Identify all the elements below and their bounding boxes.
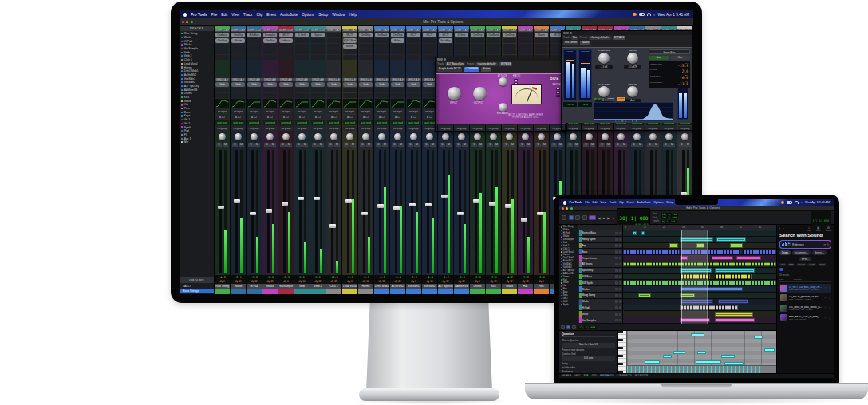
insert-chip[interactable]: ChnlStrp — [359, 33, 373, 37]
strip-name[interactable]: Hat — [518, 284, 533, 289]
fader-cap[interactable] — [234, 199, 240, 203]
io-input[interactable]: no input — [247, 109, 261, 114]
send-slot-empty[interactable] — [231, 88, 245, 92]
clip[interactable] — [715, 268, 755, 273]
limiter-knob[interactable] — [598, 86, 610, 97]
solo-button[interactable]: S — [631, 143, 637, 147]
insert-slot-empty[interactable] — [407, 55, 420, 60]
solo-button[interactable] — [615, 232, 618, 235]
status-item[interactable]: MIDI EDITOR — [635, 375, 649, 377]
automation-mode[interactable]: auto read — [295, 120, 309, 125]
solo-button[interactable] — [615, 319, 618, 322]
solo-button[interactable]: S — [216, 143, 222, 147]
play-reference-icon[interactable]: ▶ — [787, 242, 791, 246]
send-slot-empty[interactable] — [279, 88, 293, 92]
result-row[interactable]: HMK_BA135_D1N2_95_BPM_LB.wavbass · loop … — [779, 313, 831, 322]
send-slot-empty[interactable] — [311, 93, 325, 98]
more-icon[interactable]: ⋮ — [828, 306, 831, 309]
insert-slot-empty[interactable] — [215, 44, 229, 49]
automation-mode[interactable]: auto read — [375, 120, 389, 125]
send-slot-empty[interactable] — [263, 93, 277, 98]
menu-options[interactable]: Options — [653, 201, 663, 204]
quantize-row[interactable]: 1/16 note — [562, 356, 615, 361]
automation-mode[interactable]: auto read — [359, 120, 373, 125]
menu-file[interactable]: File — [585, 201, 590, 204]
insert-slot-empty[interactable] — [311, 44, 325, 49]
plugin-preset-selector[interactable]: <factory default> — [589, 36, 611, 41]
insert-chip[interactable]: MC77 — [423, 33, 436, 37]
fader-cap[interactable] — [537, 212, 543, 216]
solo-button[interactable]: S — [440, 143, 445, 147]
mute-button[interactable]: M — [606, 143, 611, 147]
favorite-icon[interactable]: ♡ — [824, 297, 827, 300]
mute-button[interactable]: M — [526, 143, 531, 147]
fader-cap[interactable] — [250, 212, 256, 216]
clip[interactable] — [680, 293, 695, 298]
clip[interactable] — [633, 231, 637, 236]
auto-release-button[interactable]: Auto — [649, 56, 669, 61]
io-input[interactable]: no input — [263, 109, 277, 114]
track-lane[interactable] — [623, 268, 776, 273]
mute-button[interactable]: M — [350, 143, 356, 147]
strip-name[interactable]: Rise String — [215, 284, 230, 289]
insert-slot-empty[interactable] — [247, 55, 261, 60]
fader-cap[interactable] — [314, 197, 320, 201]
solo-button[interactable] — [615, 313, 618, 316]
automation-mode[interactable]: auto read — [391, 120, 404, 125]
insert-chip[interactable]: D-Verb — [295, 33, 309, 37]
track-lane[interactable] — [623, 230, 776, 236]
clip[interactable] — [680, 305, 738, 310]
strip-name[interactable]: Shake — [262, 284, 278, 289]
solo-button[interactable]: S — [264, 143, 270, 147]
reference-search-pill[interactable]: ▶ Reference ⟳ ⎘ — [779, 240, 831, 249]
solo-button[interactable] — [615, 275, 618, 278]
io-output[interactable]: A 1-2 — [279, 115, 293, 120]
tag-pill[interactable]: House — [807, 263, 816, 267]
send-slot-empty[interactable] — [391, 93, 404, 98]
tag-pill[interactable]: Vocals — [818, 263, 827, 267]
track-header[interactable]: Moog Swing — [578, 293, 623, 298]
track-header[interactable]: Bouncy Bass — [578, 230, 623, 236]
insert-slot-empty[interactable] — [327, 49, 341, 54]
pan-knob[interactable] — [298, 133, 306, 140]
track-header[interactable]: Finger Drums — [578, 255, 623, 261]
pan-knob[interactable] — [490, 133, 497, 140]
result-row[interactable]: LKs_DM03_80_bass_electric_loop.wavelectr… — [779, 304, 831, 313]
automation-mode[interactable]: auto read — [263, 120, 277, 125]
solo-button[interactable]: S — [248, 143, 254, 147]
io-output[interactable]: A 1-2 — [359, 115, 373, 120]
filter-chip[interactable]: Genres ⌄ — [812, 250, 827, 255]
nav-library-icon[interactable]: ▤Library — [816, 227, 821, 232]
status-item[interactable]: GRID — [591, 375, 597, 377]
fader-cap[interactable] — [473, 199, 479, 203]
solo-button[interactable]: S — [232, 143, 238, 147]
solo-button[interactable]: S — [328, 143, 333, 147]
mute-button[interactable] — [619, 250, 622, 254]
midi-note[interactable] — [663, 355, 672, 358]
insert-chip[interactable]: EchoBoy — [439, 38, 452, 43]
automation-mode[interactable]: auto read — [327, 120, 341, 125]
insert-slot-empty[interactable] — [455, 38, 468, 43]
track-lane[interactable] — [623, 311, 776, 317]
pan-knob[interactable] — [251, 133, 258, 140]
strip-name[interactable]: Verb 2 — [310, 284, 326, 289]
insert-chip[interactable]: EchoBoy — [247, 33, 261, 37]
insert-chip[interactable]: EQ3 7-Band — [343, 38, 357, 43]
insert-slot-empty[interactable] — [343, 49, 357, 54]
plugin-track-selector[interactable]: Mix — [571, 36, 578, 41]
mute-button[interactable] — [619, 263, 622, 266]
status-item[interactable]: BARS|BEATS — [600, 375, 614, 377]
clip[interactable] — [680, 287, 743, 292]
insert-slot-empty[interactable] — [439, 49, 452, 54]
io-output[interactable]: A 1-2 — [375, 115, 389, 120]
insert-chip[interactable]: ChnlStrp — [391, 33, 404, 37]
forward-icon[interactable]: › — [783, 227, 783, 230]
solo-button[interactable]: S — [376, 143, 381, 147]
io-input[interactable]: no input — [359, 109, 373, 114]
solo-button[interactable]: S — [567, 143, 573, 147]
meter-button[interactable]: +8 — [556, 95, 560, 98]
mute-button[interactable]: M — [478, 143, 483, 147]
pan-knob[interactable] — [649, 133, 657, 140]
solo-button[interactable]: S — [280, 143, 286, 147]
automation-mode[interactable]: auto read — [215, 120, 229, 125]
